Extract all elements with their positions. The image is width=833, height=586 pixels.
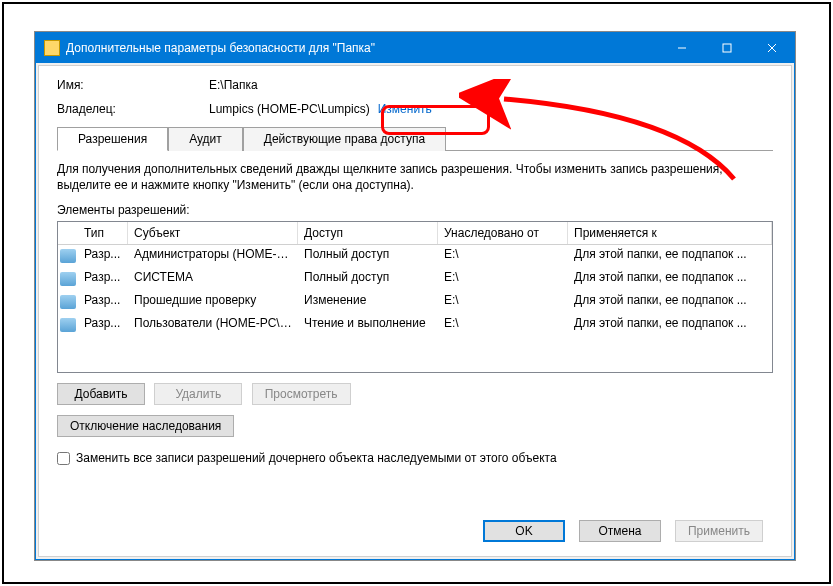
- cell-subject: СИСТЕМА: [128, 268, 298, 291]
- cancel-button[interactable]: Отмена: [579, 520, 661, 542]
- cell-inherited: E:\: [438, 314, 568, 337]
- col-inherited[interactable]: Унаследовано от: [438, 222, 568, 244]
- remove-button[interactable]: Удалить: [154, 383, 242, 405]
- cell-applies: Для этой папки, ее подпапок ...: [568, 291, 772, 314]
- cell-inherited: E:\: [438, 291, 568, 314]
- cell-subject: Пользователи (HOME-PC\П...: [128, 314, 298, 337]
- add-button[interactable]: Добавить: [57, 383, 145, 405]
- disable-inheritance-button[interactable]: Отключение наследования: [57, 415, 234, 437]
- cell-subject: Прошедшие проверку: [128, 291, 298, 314]
- tab-audit[interactable]: Аудит: [168, 127, 243, 151]
- cell-access: Изменение: [298, 291, 438, 314]
- security-dialog: Дополнительные параметры безопасности дл…: [35, 32, 795, 560]
- col-access[interactable]: Доступ: [298, 222, 438, 244]
- folder-icon: [44, 40, 60, 56]
- titlebar[interactable]: Дополнительные параметры безопасности дл…: [36, 33, 794, 63]
- hint-text: Для получения дополнительных сведений дв…: [57, 161, 773, 193]
- cell-applies: Для этой папки, ее подпапок ...: [568, 268, 772, 291]
- owner-label: Владелец:: [57, 102, 209, 116]
- permissions-grid[interactable]: Тип Субъект Доступ Унаследовано от Приме…: [57, 221, 773, 373]
- col-subject[interactable]: Субъект: [128, 222, 298, 244]
- cell-access: Полный доступ: [298, 268, 438, 291]
- elements-label: Элементы разрешений:: [57, 203, 773, 217]
- cell-type: Разр...: [78, 245, 128, 268]
- table-row[interactable]: Разр...Прошедшие проверкуИзменениеE:\Для…: [58, 291, 772, 314]
- name-label: Имя:: [57, 78, 209, 92]
- view-button[interactable]: Просмотреть: [252, 383, 351, 405]
- tab-effective-access[interactable]: Действующие права доступа: [243, 127, 446, 151]
- apply-button[interactable]: Применить: [675, 520, 763, 542]
- col-type[interactable]: Тип: [78, 222, 128, 244]
- table-row[interactable]: Разр...СИСТЕМАПолный доступE:\Для этой п…: [58, 268, 772, 291]
- replace-child-checkbox[interactable]: [57, 452, 70, 465]
- ok-button[interactable]: OK: [483, 520, 565, 542]
- cell-type: Разр...: [78, 291, 128, 314]
- cell-type: Разр...: [78, 314, 128, 337]
- cell-access: Полный доступ: [298, 245, 438, 268]
- users-icon: [60, 318, 76, 332]
- window-title: Дополнительные параметры безопасности дл…: [66, 41, 659, 55]
- cell-access: Чтение и выполнение: [298, 314, 438, 337]
- close-button[interactable]: [749, 33, 794, 63]
- replace-child-label[interactable]: Заменить все записи разрешений дочернего…: [76, 451, 557, 465]
- cell-inherited: E:\: [438, 268, 568, 291]
- cell-type: Разр...: [78, 268, 128, 291]
- change-owner-link[interactable]: Изменить: [378, 102, 432, 116]
- tab-permissions[interactable]: Разрешения: [57, 127, 168, 151]
- minimize-button[interactable]: [659, 33, 704, 63]
- users-icon: [60, 295, 76, 309]
- table-row[interactable]: Разр...Администраторы (HOME-PC...Полный …: [58, 245, 772, 268]
- svg-rect-1: [723, 44, 731, 52]
- name-value: E:\Папка: [209, 78, 258, 92]
- col-applies[interactable]: Применяется к: [568, 222, 772, 244]
- cell-subject: Администраторы (HOME-PC...: [128, 245, 298, 268]
- cell-inherited: E:\: [438, 245, 568, 268]
- cell-applies: Для этой папки, ее подпапок ...: [568, 245, 772, 268]
- cell-applies: Для этой папки, ее подпапок ...: [568, 314, 772, 337]
- grid-header[interactable]: Тип Субъект Доступ Унаследовано от Приме…: [58, 222, 772, 245]
- users-icon: [60, 272, 76, 286]
- users-icon: [60, 249, 76, 263]
- maximize-button[interactable]: [704, 33, 749, 63]
- owner-value: Lumpics (HOME-PC\Lumpics): [209, 102, 370, 116]
- table-row[interactable]: Разр...Пользователи (HOME-PC\П...Чтение …: [58, 314, 772, 337]
